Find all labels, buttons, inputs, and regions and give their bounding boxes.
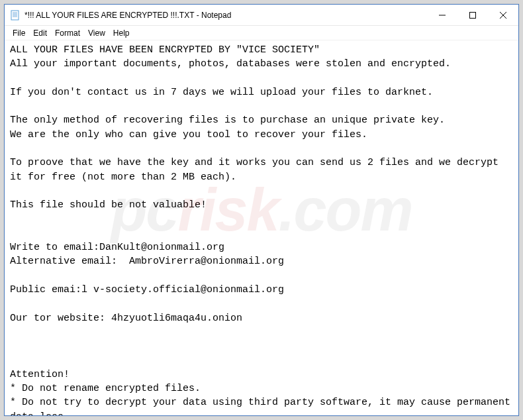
titlebar[interactable]: *!!! ALL YOUR FILES ARE ENCRYPTED !!!.TX… xyxy=(5,5,518,26)
menu-view[interactable]: View xyxy=(84,27,109,39)
menu-help[interactable]: Help xyxy=(109,27,134,39)
notepad-icon xyxy=(10,10,21,21)
menu-file[interactable]: File xyxy=(9,27,29,39)
text-content[interactable]: ALL YOUR FILES HAVE BEEN ENCRYPTED BY "V… xyxy=(5,40,518,415)
window-controls xyxy=(427,5,518,25)
menu-edit[interactable]: Edit xyxy=(29,27,51,39)
close-button[interactable] xyxy=(488,5,518,25)
notepad-window: *!!! ALL YOUR FILES ARE ENCRYPTED !!!.TX… xyxy=(4,4,519,416)
minimize-button[interactable] xyxy=(427,5,457,25)
maximize-button[interactable] xyxy=(457,5,488,25)
menubar: File Edit Format View Help xyxy=(5,26,518,40)
menu-format[interactable]: Format xyxy=(51,27,84,39)
window-title: *!!! ALL YOUR FILES ARE ENCRYPTED !!!.TX… xyxy=(24,11,427,20)
svg-rect-6 xyxy=(470,12,476,18)
